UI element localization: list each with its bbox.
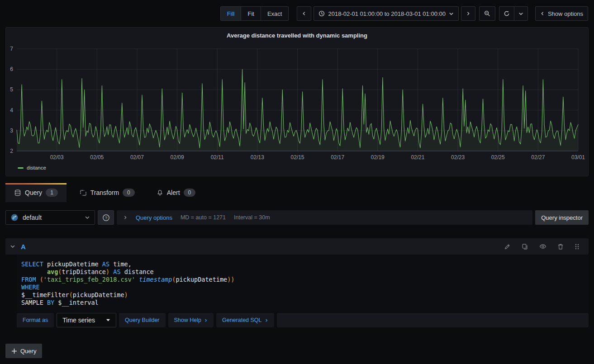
svg-text:02/13: 02/13 bbox=[251, 154, 264, 160]
svg-text:7: 7 bbox=[10, 46, 13, 52]
svg-text:02/11: 02/11 bbox=[211, 154, 224, 160]
zoom-out-icon bbox=[484, 10, 490, 17]
add-query-button[interactable]: Query bbox=[5, 344, 42, 358]
footer-filler bbox=[277, 313, 589, 327]
svg-text:6: 6 bbox=[10, 66, 13, 72]
postgres-icon bbox=[10, 213, 19, 222]
query-row-header: A bbox=[5, 238, 589, 255]
svg-text:5: 5 bbox=[10, 86, 13, 93]
delete-query-button[interactable] bbox=[555, 243, 566, 250]
drag-handle-icon bbox=[575, 243, 580, 250]
timeseries-chart[interactable]: 76543202/0302/0502/0702/0902/1102/1302/1… bbox=[6, 41, 589, 160]
panel-size-mode-group: Fill Fit Exact bbox=[220, 6, 289, 21]
tab-transform-label: Transform bbox=[90, 189, 119, 196]
chevron-right-icon bbox=[265, 318, 268, 322]
svg-text:02/25: 02/25 bbox=[491, 154, 505, 160]
tab-query[interactable]: Query 1 bbox=[5, 183, 67, 202]
svg-text:2: 2 bbox=[10, 148, 13, 154]
query-editor-row: A SELECT pickupDatetime bbox=[5, 238, 589, 327]
chevron-down-icon bbox=[518, 11, 523, 16]
clock-icon bbox=[318, 10, 325, 17]
drag-query-handle[interactable] bbox=[572, 243, 582, 250]
tab-transform-badge: 0 bbox=[123, 189, 135, 197]
pencil-icon bbox=[504, 243, 511, 250]
panel-title[interactable]: Average distance travelled with dynamic … bbox=[6, 28, 588, 39]
editor-tabbar: Query 1 Transform 0 Alert 0 bbox=[5, 183, 589, 202]
svg-text:02/17: 02/17 bbox=[331, 154, 344, 160]
time-shift-forward-button[interactable] bbox=[461, 6, 475, 21]
format-as-select[interactable]: Time series bbox=[57, 313, 116, 327]
tab-alert-badge: 0 bbox=[184, 189, 196, 197]
refresh-interval-dropdown[interactable] bbox=[514, 7, 527, 20]
top-toolbar: Fill Fit Exact 2018-02-01 01:00:00 to 20… bbox=[0, 0, 594, 27]
query-toolbar-row: default ? Query options MD = auto = 1271… bbox=[5, 210, 589, 225]
datasource-picker[interactable]: default bbox=[5, 210, 95, 225]
datasource-name: default bbox=[23, 214, 42, 221]
collapse-query-icon[interactable] bbox=[10, 244, 15, 249]
help-icon: ? bbox=[102, 214, 110, 222]
time-range-text: 2018-02-01 01:00:00 to 2018-03-01 01:00:… bbox=[328, 10, 446, 17]
edit-query-button[interactable] bbox=[501, 243, 513, 250]
timeseries-panel: Average distance travelled with dynamic … bbox=[5, 27, 589, 176]
svg-text:02/15: 02/15 bbox=[290, 154, 304, 160]
generated-sql-label: Generated SQL bbox=[222, 317, 262, 323]
tab-transform[interactable]: Transform 0 bbox=[71, 183, 143, 202]
time-range-picker[interactable]: 2018-02-01 01:00:00 to 2018-03-01 01:00:… bbox=[314, 6, 459, 21]
tab-alert[interactable]: Alert 0 bbox=[148, 183, 204, 202]
toggle-query-visibility-button[interactable] bbox=[537, 243, 549, 250]
svg-text:02/03: 02/03 bbox=[50, 154, 64, 160]
refresh-group bbox=[499, 6, 528, 21]
legend-series-label: distance bbox=[27, 165, 46, 170]
database-icon bbox=[14, 189, 21, 196]
svg-text:02/19: 02/19 bbox=[371, 154, 385, 160]
fit-mode-button[interactable]: Fit bbox=[241, 7, 261, 20]
show-options-button[interactable]: Show options bbox=[535, 6, 588, 21]
time-shift-back-button[interactable] bbox=[297, 6, 311, 21]
svg-text:02/23: 02/23 bbox=[451, 154, 465, 160]
legend-series-dash bbox=[18, 167, 24, 169]
svg-text:02/27: 02/27 bbox=[531, 154, 545, 160]
duplicate-query-button[interactable] bbox=[519, 243, 531, 250]
fill-mode-button[interactable]: Fill bbox=[221, 7, 242, 20]
svg-text:02/07: 02/07 bbox=[130, 154, 144, 160]
exact-mode-button[interactable]: Exact bbox=[261, 7, 289, 20]
svg-text:03/01: 03/01 bbox=[571, 154, 585, 160]
tab-alert-label: Alert bbox=[167, 189, 180, 196]
query-options-toggle[interactable]: Query options bbox=[136, 214, 172, 221]
transform-icon bbox=[80, 189, 87, 196]
sql-editor[interactable]: SELECT pickupDatetime AS time, avg(tripD… bbox=[17, 255, 589, 312]
svg-text:02/09: 02/09 bbox=[171, 154, 184, 160]
format-as-value: Time series bbox=[62, 317, 95, 324]
generated-sql-button[interactable]: Generated SQL bbox=[216, 313, 274, 327]
query-editor-footer: Format as Time series Query Builder Show… bbox=[17, 313, 589, 327]
datasource-help-button[interactable]: ? bbox=[98, 210, 114, 225]
svg-text:3: 3 bbox=[10, 128, 13, 134]
svg-text:02/21: 02/21 bbox=[411, 154, 424, 160]
show-help-label: Show Help bbox=[174, 317, 201, 323]
time-nav-group: 2018-02-01 01:00:00 to 2018-03-01 01:00:… bbox=[297, 6, 475, 21]
query-ref-id[interactable]: A bbox=[21, 243, 26, 251]
plus-icon bbox=[11, 348, 17, 354]
expand-query-options-icon[interactable] bbox=[123, 215, 128, 220]
bell-icon bbox=[157, 189, 163, 196]
svg-text:02/05: 02/05 bbox=[90, 154, 104, 160]
show-options-label: Show options bbox=[548, 10, 583, 17]
chevron-left-icon bbox=[540, 11, 545, 16]
refresh-button[interactable] bbox=[499, 7, 514, 20]
caret-down-icon bbox=[106, 318, 110, 322]
format-as-label: Format as bbox=[17, 313, 54, 327]
chevron-down-icon bbox=[85, 215, 90, 220]
zoom-out-button[interactable] bbox=[479, 6, 495, 21]
query-builder-button[interactable]: Query Builder bbox=[119, 313, 165, 327]
chevron-down-icon bbox=[449, 11, 454, 16]
chevron-right-icon bbox=[466, 11, 470, 16]
show-help-button[interactable]: Show Help bbox=[168, 313, 214, 327]
legend-item-distance[interactable]: distance bbox=[18, 165, 46, 170]
tab-query-badge: 1 bbox=[46, 189, 58, 197]
copy-icon bbox=[522, 243, 528, 250]
interval-stat: Interval = 30m bbox=[234, 214, 270, 221]
query-inspector-button[interactable]: Query inspector bbox=[535, 210, 589, 225]
query-options-bar: Query options MD = auto = 1271 Interval … bbox=[117, 210, 532, 225]
max-datapoints-stat: MD = auto = 1271 bbox=[181, 214, 226, 221]
chevron-left-icon bbox=[302, 11, 306, 16]
